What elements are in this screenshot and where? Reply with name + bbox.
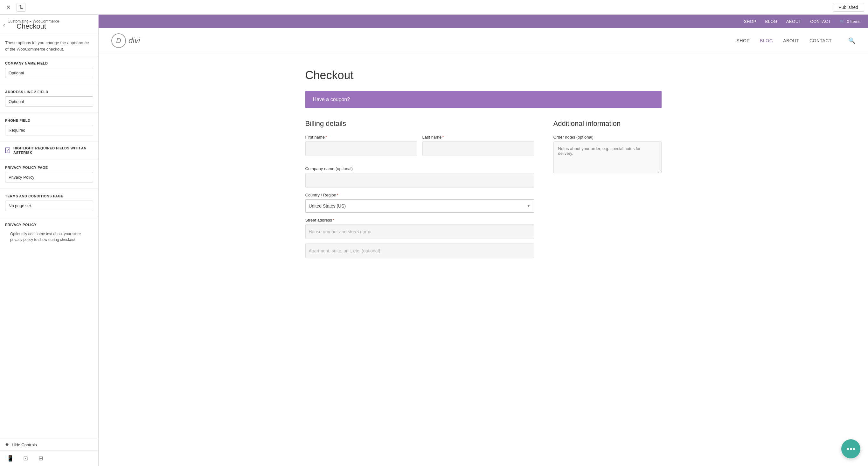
billing-column: Billing details First name* Last name* <box>305 120 534 263</box>
last-name-required: * <box>442 135 444 139</box>
chat-dot-3 <box>853 448 855 450</box>
preview-area: SHOP BLOG ABOUT CONTACT 🛒 0 Items D divi… <box>99 14 868 466</box>
sidebar-header: ‹ Customizing ▸ WooCommerce Checkout <box>0 14 98 35</box>
breadcrumb-wrap: Customizing ▸ WooCommerce Checkout <box>8 19 59 31</box>
top-nav-bar: SHOP BLOG ABOUT CONTACT 🛒 0 Items <box>99 14 868 28</box>
top-nav-about[interactable]: ABOUT <box>786 19 801 24</box>
checkout-columns: Billing details First name* Last name* <box>305 120 661 263</box>
chat-dot-1 <box>847 448 849 450</box>
terms-conditions-input[interactable] <box>5 201 93 211</box>
company-name-checkout-input[interactable] <box>305 173 534 188</box>
main-nav-blog[interactable]: BLOG <box>760 38 773 43</box>
address-line2-label: ADDRESS LINE 2 FIELD <box>5 90 93 94</box>
coupon-banner[interactable]: Have a coupon? <box>305 91 661 108</box>
logo-circle: D <box>111 33 126 48</box>
last-name-input[interactable] <box>423 141 534 156</box>
privacy-policy-page-input[interactable] <box>5 172 93 182</box>
country-region-required: * <box>337 193 338 197</box>
privacy-policy-description: Optionally add some text about your stor… <box>5 229 93 247</box>
address-line2-section: ADDRESS LINE 2 FIELD <box>0 86 98 111</box>
company-name-checkout-label: Company name (optional) <box>305 166 534 171</box>
cart-count: 0 Items <box>847 19 860 24</box>
highlight-required-checkbox[interactable]: ✓ <box>5 147 10 153</box>
mobile-view-button[interactable]: 📱 <box>5 453 15 463</box>
first-name-required: * <box>326 135 327 139</box>
chat-dot-2 <box>850 448 852 450</box>
last-name-label: Last name* <box>423 135 534 139</box>
country-region-label: Country / Region* <box>305 193 534 197</box>
sidebar-title: Checkout <box>17 22 59 31</box>
highlight-required-row: ✓ HIGHLIGHT REQUIRED FIELDS WITH AN ASTE… <box>0 143 98 158</box>
terms-conditions-label: TERMS AND CONDITIONS PAGE <box>5 194 93 198</box>
divi-logo[interactable]: D divi <box>111 33 140 48</box>
reorder-button[interactable]: ⇅ <box>17 3 26 12</box>
chat-dots <box>847 448 855 450</box>
eye-icon: 👁 <box>5 442 9 447</box>
last-name-group: Last name* <box>423 135 534 156</box>
main-nav-links: SHOP BLOG ABOUT CONTACT 🔍 <box>737 37 855 44</box>
checkout-content: Checkout Have a coupon? Billing details … <box>292 54 674 278</box>
hide-controls-bar[interactable]: 👁 Hide Controls <box>0 439 98 451</box>
first-name-group: First name* <box>305 135 417 156</box>
desktop-view-button[interactable]: ⊟ <box>36 453 46 463</box>
cart-widget[interactable]: 🛒 0 Items <box>840 19 860 24</box>
additional-column: Additional information Order notes (opti… <box>553 120 661 263</box>
billing-title: Billing details <box>305 120 534 128</box>
order-notes-label: Order notes (optional) <box>553 135 661 139</box>
order-notes-textarea[interactable] <box>553 141 661 173</box>
main-nav-shop[interactable]: SHOP <box>737 38 750 43</box>
country-select-wrap: United States (US) <box>305 199 534 213</box>
first-name-input[interactable] <box>305 141 417 156</box>
top-nav-blog[interactable]: BLOG <box>765 19 777 24</box>
address-line2-checkout-input[interactable] <box>305 243 534 258</box>
street-address-label: Street address* <box>305 218 534 223</box>
back-button[interactable]: ‹ <box>3 22 5 28</box>
street-address-input[interactable] <box>305 225 534 239</box>
close-button[interactable]: ✕ <box>4 3 13 12</box>
logo-text: divi <box>128 36 140 45</box>
main-nav-contact[interactable]: CONTACT <box>809 38 832 43</box>
top-nav-shop[interactable]: SHOP <box>744 19 756 24</box>
privacy-policy-page-section: PRIVACY POLICY PAGE <box>0 161 98 187</box>
order-notes-group: Order notes (optional) <box>553 135 661 173</box>
address-line2-input[interactable] <box>5 96 93 107</box>
sidebar: ‹ Customizing ▸ WooCommerce Checkout The… <box>0 14 99 466</box>
hide-controls-label: Hide Controls <box>12 442 37 447</box>
top-nav-contact[interactable]: CONTACT <box>810 19 831 24</box>
highlight-required-label: HIGHLIGHT REQUIRED FIELDS WITH AN ASTERI… <box>13 146 93 155</box>
company-name-input[interactable] <box>5 68 93 78</box>
search-icon[interactable]: 🔍 <box>848 37 855 44</box>
phone-field-input[interactable] <box>5 125 93 135</box>
country-region-select[interactable]: United States (US) <box>305 199 534 213</box>
phone-field-label: PHONE FIELD <box>5 119 93 122</box>
tablet-view-button[interactable]: ⊡ <box>20 453 31 463</box>
main-layout: ‹ Customizing ▸ WooCommerce Checkout The… <box>0 14 868 466</box>
terms-conditions-section: TERMS AND CONDITIONS PAGE <box>0 190 98 215</box>
additional-title: Additional information <box>553 120 661 128</box>
company-name-section: COMPANY NAME FIELD <box>0 57 98 82</box>
company-name-label: COMPANY NAME FIELD <box>5 61 93 65</box>
company-name-group: Company name (optional) <box>305 166 534 188</box>
street-address-group: Street address* <box>305 218 534 258</box>
admin-bar: ✕ ⇅ Published <box>0 0 868 14</box>
privacy-policy-section: PRIVACY POLICY Optionally add some text … <box>0 219 98 250</box>
country-region-group: Country / Region* United States (US) <box>305 193 534 213</box>
sidebar-description: These options let you change the appeara… <box>0 35 98 57</box>
published-badge[interactable]: Published <box>833 3 865 12</box>
street-address-required: * <box>333 218 334 223</box>
main-nav: D divi SHOP BLOG ABOUT CONTACT 🔍 <box>99 28 868 54</box>
privacy-policy-page-label: PRIVACY POLICY PAGE <box>5 166 93 169</box>
first-name-label: First name* <box>305 135 417 139</box>
main-nav-about[interactable]: ABOUT <box>783 38 799 43</box>
phone-field-section: PHONE FIELD <box>0 114 98 140</box>
name-row: First name* Last name* <box>305 135 534 161</box>
cart-icon: 🛒 <box>840 19 845 24</box>
chat-widget[interactable] <box>841 439 860 458</box>
privacy-policy-label: PRIVACY POLICY <box>5 223 93 227</box>
bottom-icons-bar: 📱 ⊡ ⊟ <box>0 451 98 466</box>
checkout-title: Checkout <box>305 69 661 82</box>
